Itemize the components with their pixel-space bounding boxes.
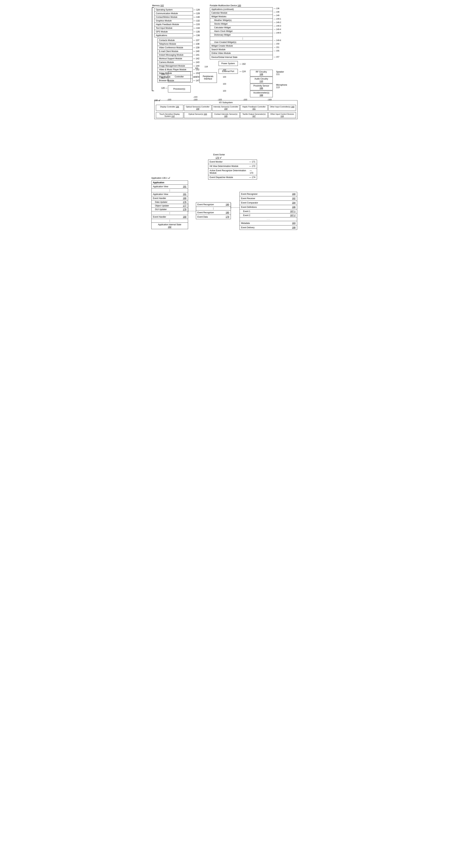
peripherals-box: Peripherals Interface (199, 72, 217, 83)
event-data-row: Event Data179 (196, 215, 231, 219)
controllers-row: Display Controller 156 Optical Sensor(s)… (156, 105, 296, 111)
ref-162: — 162 (239, 63, 246, 65)
apps-continued-box: Applications (continued) Calendar Module… (210, 7, 273, 55)
metadata-row: Metadata183 (240, 221, 297, 225)
calendar-row: Calendar Module (210, 11, 273, 15)
stocks-widget-row: Stocks Widget (210, 22, 273, 26)
app-view-1-row: Application View191 (151, 185, 188, 189)
ref-103-right1: 103 (223, 69, 226, 71)
event-recognizer-mid-header: Event Recognizer180 (196, 203, 231, 207)
alarm-clock-widget-row: Alarm Clock Widget (210, 29, 273, 33)
ref-103-io5: ↓103 (267, 98, 272, 101)
ref-149-3: — 149-3 (274, 25, 281, 27)
ref-103-io2: ↓103 (193, 98, 197, 101)
module-cell: Workout Support Module (158, 57, 192, 61)
event2-row: Event 2187-2 (240, 213, 297, 217)
display-controller-box: Display Controller 156 (156, 105, 183, 111)
weather-widget-row: Weather Widget(s) (210, 19, 273, 22)
module-cell: Camera Module (158, 61, 192, 64)
ref-103-right3: 103 (223, 83, 226, 85)
ref-149-4: — 149-4 (274, 28, 281, 30)
ref-cell: — 134 (193, 26, 200, 30)
table-row: Contact/Motion Module — 130 (154, 16, 200, 19)
user-created-row: User-Created Widget(s) (210, 40, 273, 44)
application-outer-box: Application Application View191 ⋮ Applic… (151, 181, 188, 229)
ref-103-io4: ↓103 (243, 98, 247, 101)
ref-157: — 157 (274, 56, 279, 58)
table-row: Instant Messaging Module— 141 (158, 53, 200, 57)
module-cell: Operating System (154, 8, 193, 12)
table-row: Haptic Feedback Module — 133 (154, 23, 200, 26)
ref-122: 122 — (161, 76, 167, 79)
devices-row: Touch-Sensitive Display System 112 Optic… (156, 112, 296, 118)
module-cell: Graphics Module (154, 19, 193, 23)
data-updater-row: Data Updater176 (151, 200, 188, 204)
object-updater-row: Object Updater177 (151, 204, 188, 208)
device-title: Portable Multifunction Device 100 (210, 4, 241, 7)
ref-150: — 150 (274, 43, 279, 45)
calculator-widget-row: Calculator Widget (210, 26, 273, 29)
ref-149: — 149 (274, 14, 279, 17)
event-monitor-row: Event Monitor— 171 (208, 160, 257, 164)
table-row: E-mail Client Module— 140 (158, 50, 200, 53)
ref-149-5: — 149-5 (274, 32, 281, 34)
app-internal-state-row: Application Internal State192 (151, 223, 188, 229)
ref-155: — 155 (274, 50, 279, 52)
memory-label: Memory 102 (152, 4, 164, 7)
diagram-section-1: Memory 102 Portable Multifunction Device… (150, 3, 301, 143)
apps-continued-header: Applications (continued) (210, 7, 273, 11)
active-event-row: Active Event Recognizer Determination Mo… (208, 168, 257, 175)
event-dispatcher-row: Event Dispatcher Module— 174 (208, 175, 257, 179)
event-definitions-header: Event Definitions186 (240, 205, 297, 209)
external-port-box: External Port (219, 69, 238, 74)
ref-103-bottom: ↓103 (193, 96, 197, 98)
module-cell: Telephone Module (158, 42, 192, 46)
module-cell: Haptic Feedback Module (154, 23, 193, 26)
dots-row-3: ⋮ (151, 219, 188, 223)
ref-cell: — 126 (193, 8, 200, 12)
er-mid-dots: ⋮ (196, 207, 231, 211)
event-comparator-row: Event Comparator184 (240, 201, 297, 205)
table-row: Telephone Module— 138 (158, 42, 200, 46)
event-handler-2-row: Event Handler190 (151, 215, 188, 219)
memory-bracket (152, 7, 154, 91)
table-row: Camera Module— 143 (158, 61, 200, 64)
module-cell: Text Input Module (154, 26, 193, 30)
proximity-sensor-box: Proximity Sensor166 (250, 84, 273, 90)
ref-cell: — 130 (193, 16, 200, 19)
ref-cell: — 133 (193, 23, 200, 26)
table-row: Workout Support Module— 142 (158, 57, 200, 61)
ref-148: — 148 (274, 11, 279, 13)
app-136-label: Application 136-1 ↙ (151, 176, 170, 179)
module-cell: Instant Messaging Module (158, 53, 192, 57)
event-delivery-row: Event Delivery188 (240, 225, 297, 230)
module-cell: Contacts Module (158, 38, 192, 42)
module-cell: Video Conference Module (158, 46, 192, 50)
microphone-label: Microphone113 (276, 84, 287, 89)
hit-view-row: Hit View Determination Module— 172 (208, 164, 257, 168)
dots-row: ⋮ (210, 37, 273, 40)
table-row: GPS Module — 135 (154, 30, 200, 34)
controller-box: Controller (168, 71, 191, 82)
table-row: Graphics Module — 132 (154, 19, 200, 23)
intensity-sensor-controller-box: Intensity Sensor(s) Controller 159 (212, 105, 239, 111)
application-header: Application (151, 181, 188, 185)
ref-cell: — 128 (193, 12, 200, 16)
dashed-vline-1 (188, 203, 188, 212)
event1-row: Event 1187-1 (240, 209, 297, 213)
other-input-devices-box: Other Input Control Devices 116 (269, 112, 296, 118)
ref-104: 104 — (161, 73, 167, 75)
ref-103-io3: ↓103 (218, 98, 222, 101)
event-sorter-label: Event Sorter 170 ↙ (214, 153, 225, 159)
accelerometers-box: Accelerometer(s)168 (250, 91, 273, 97)
event-recognizer-mid-2: Event Recognizer180 (196, 211, 231, 215)
table-row: Video Conference Module— 139 (158, 46, 200, 50)
module-cell: Applications (154, 34, 193, 37)
tactile-output-box: Tactile Output Generator(s) 167 (240, 112, 268, 118)
ref-103-left: 103 (193, 76, 196, 78)
table-row: Contacts Module— 137 (158, 38, 200, 42)
event-handler-1-row: Event Handler190 (151, 196, 188, 200)
table-row: Image Management Module— 144 (158, 64, 200, 68)
ref-103-io1: ↓103 (167, 98, 171, 101)
search-module-row: Search Module (210, 48, 273, 52)
